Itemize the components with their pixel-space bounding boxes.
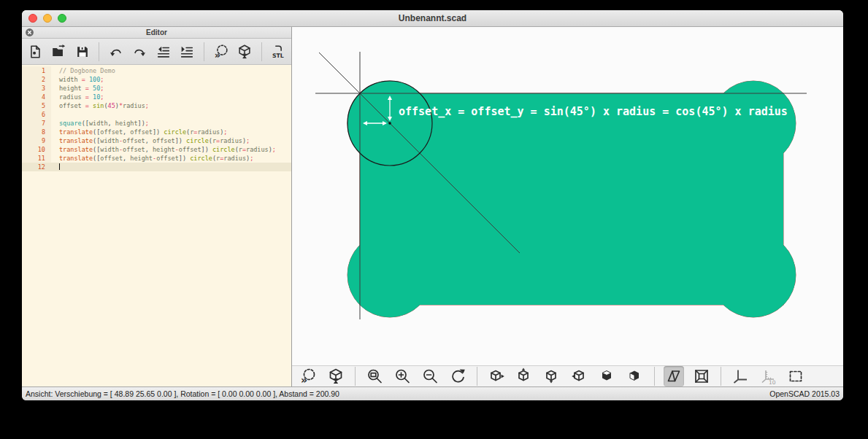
zoom-window-button[interactable] (58, 14, 66, 23)
window-title: Unbenannt.scad (22, 13, 843, 23)
editor-dock-header: Editor (22, 27, 291, 39)
render-icon[interactable] (236, 42, 253, 61)
line-number: 7 (22, 119, 51, 128)
toolbar-separator (99, 42, 99, 61)
code-line[interactable]: 2width = 100; (22, 75, 291, 84)
text-cursor (59, 163, 60, 170)
line-number: 11 (22, 154, 51, 163)
code-line[interactable]: 7square([width, height]); (22, 119, 291, 128)
line-number: 2 (22, 75, 51, 84)
editor-toolbar: »STL (22, 39, 291, 65)
code-line[interactable]: 9translate([width-offset, offset]) circl… (22, 136, 291, 145)
line-number: 1 (22, 66, 51, 75)
viewport-toolbar: »10 (292, 365, 843, 386)
svg-text:10: 10 (769, 379, 776, 385)
line-number: 6 (22, 110, 51, 119)
toolbar-separator (721, 367, 721, 386)
svg-text:offset_x = offset_y = sin(45°): offset_x = offset_y = sin(45°) x radius … (399, 105, 788, 118)
export-stl-icon[interactable]: STL (270, 42, 287, 61)
line-number: 8 (22, 128, 51, 136)
svg-text:»: » (214, 49, 220, 59)
close-window-button[interactable] (28, 14, 37, 23)
code-text: width = 100; (51, 75, 104, 84)
openscad-window: Unbenannt.scad Editor »STL 1// Dogbone D… (22, 10, 843, 400)
code-text: translate([width-offset, height-offset])… (51, 145, 276, 154)
preview-icon[interactable]: » (298, 366, 318, 386)
editor-dock-title: Editor (22, 28, 291, 36)
code-line[interactable]: 5offset = sin(45)*radius; (22, 101, 291, 110)
new-file-icon[interactable] (26, 42, 43, 61)
main-area: Editor »STL 1// Dogbone Demo2width = 100… (22, 27, 843, 386)
window-titlebar: Unbenannt.scad (22, 10, 843, 27)
editor-panel: Editor »STL 1// Dogbone Demo2width = 100… (22, 27, 292, 386)
code-text: translate([width-offset, offset]) circle… (51, 136, 250, 145)
view-bottom-icon[interactable] (542, 366, 562, 386)
code-text (51, 110, 59, 119)
code-text: // Dogbone Demo (51, 66, 115, 75)
toolbar-separator (355, 367, 356, 386)
code-text: offset = sin(45)*radius; (51, 101, 149, 110)
undo-icon[interactable] (107, 42, 124, 61)
line-number: 5 (22, 101, 51, 110)
redo-icon[interactable] (131, 42, 148, 61)
view-left-icon[interactable] (569, 366, 590, 386)
code-text (51, 163, 60, 171)
code-editor[interactable]: 1// Dogbone Demo2width = 100;3height = 5… (22, 65, 291, 386)
line-number: 3 (22, 84, 51, 93)
zoom-out-icon[interactable] (420, 366, 440, 386)
code-line[interactable]: 8translate([offset, offset]) circle(r=ra… (22, 128, 291, 136)
toolbar-separator (204, 42, 204, 61)
code-text: square([width, height]); (51, 119, 149, 128)
toolbar-separator (261, 42, 262, 61)
line-number: 10 (22, 145, 51, 154)
desktop-background: Unbenannt.scad Editor »STL 1// Dogbone D… (0, 0, 868, 439)
code-line[interactable]: 4radius = 10; (22, 93, 291, 101)
show-scale-icon[interactable]: 10 (758, 366, 778, 386)
line-number: 12 (22, 163, 51, 171)
line-number: 9 (22, 136, 51, 145)
svg-text:»: » (301, 374, 307, 386)
code-line[interactable]: 6 (22, 110, 291, 119)
zoom-all-icon[interactable] (364, 366, 385, 386)
svg-text:STL: STL (272, 52, 284, 58)
view-status-text: Ansicht: Verschiebung = [ 48.89 25.65 0.… (26, 389, 339, 398)
view-back-icon[interactable] (625, 366, 645, 386)
code-line[interactable]: 3height = 50; (22, 84, 291, 93)
view-all-icon[interactable] (786, 366, 806, 386)
line-number: 4 (22, 93, 51, 101)
perspective-icon[interactable] (664, 366, 684, 386)
open-file-icon[interactable] (50, 42, 66, 61)
view-right-icon[interactable] (486, 366, 507, 386)
code-text: radius = 10; (51, 93, 104, 101)
status-bar: Ansicht: Verschiebung = [ 48.89 25.65 0.… (22, 386, 843, 400)
toolbar-separator (654, 367, 655, 386)
3d-viewport[interactable]: offset_x = offset_y = sin(45°) x radius … (292, 27, 843, 365)
reset-view-icon[interactable] (448, 366, 468, 386)
code-line[interactable]: 12 (22, 163, 291, 171)
indent-icon[interactable] (178, 42, 195, 61)
code-text: translate([offset, offset]) circle(r=rad… (51, 128, 227, 136)
dock-close-icon[interactable] (25, 28, 34, 37)
unindent-icon[interactable] (155, 42, 172, 61)
view-front-icon[interactable] (597, 366, 618, 386)
code-line[interactable]: 11translate([offset, height-offset]) cir… (22, 154, 291, 163)
code-line[interactable]: 1// Dogbone Demo (22, 66, 291, 75)
toolbar-separator (477, 367, 477, 386)
app-version-text: OpenSCAD 2015.03 (769, 389, 840, 398)
zoom-in-icon[interactable] (392, 366, 412, 386)
code-text: translate([offset, height-offset]) circl… (51, 154, 253, 163)
code-line[interactable]: 10translate([width-offset, height-offset… (22, 145, 291, 154)
traffic-lights (28, 10, 66, 26)
minimize-window-button[interactable] (43, 14, 52, 23)
orthographic-icon[interactable] (691, 366, 712, 386)
preview-icon[interactable]: » (212, 42, 229, 61)
save-icon[interactable] (74, 42, 91, 61)
rendered-model: offset_x = offset_y = sin(45°) x radius … (292, 27, 843, 365)
render-icon[interactable] (326, 366, 346, 386)
code-text: height = 50; (51, 84, 104, 93)
show-axes-icon[interactable] (730, 366, 750, 386)
view-top-icon[interactable] (514, 366, 534, 386)
viewport-column: offset_x = offset_y = sin(45°) x radius … (292, 27, 843, 386)
